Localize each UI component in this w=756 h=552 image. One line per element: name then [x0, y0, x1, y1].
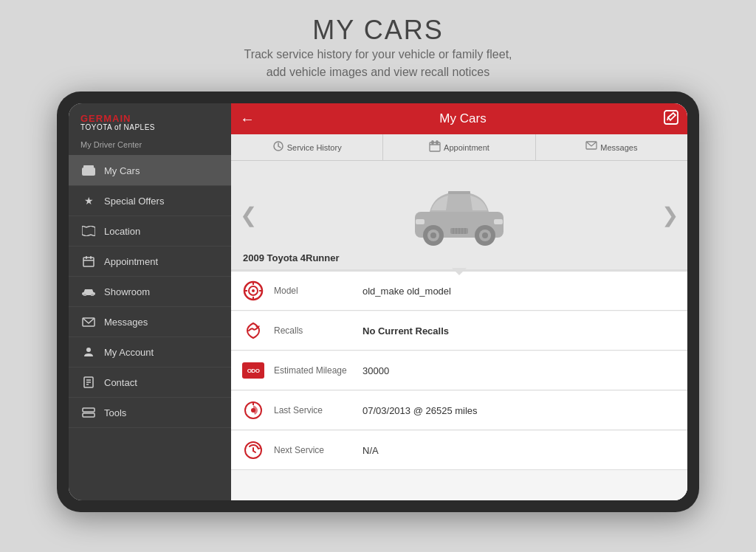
edit-button[interactable] [664, 110, 678, 128]
topbar-title: My Cars [262, 111, 664, 126]
svg-point-44 [252, 289, 255, 292]
tab-bar: Service History Appointment Messages [231, 134, 687, 161]
svg-line-54 [253, 451, 255, 452]
car-viewer: ❮ [231, 161, 687, 272]
svg-rect-33 [416, 219, 425, 224]
info-row-next-service: Next Service N/A [231, 431, 687, 470]
messages-tab-label: Messages [600, 143, 637, 152]
tab-messages[interactable]: Messages [536, 134, 687, 160]
svg-rect-21 [430, 142, 440, 151]
svg-rect-3 [83, 258, 94, 266]
map-icon [80, 224, 97, 238]
sidebar-item-my-account[interactable]: My Account [69, 337, 231, 368]
back-button[interactable]: ← [240, 111, 255, 128]
sidebar-item-appointment[interactable]: Appointment [69, 246, 231, 277]
next-service-label: Next Service [274, 445, 362, 455]
svg-rect-41 [448, 191, 470, 194]
svg-rect-16 [83, 408, 94, 412]
info-row-model: Model old_make old_model [231, 272, 687, 311]
sidebar-logo: GERMAIN TOYOTA of NAPLES [69, 103, 231, 137]
sidebar-nav: My Cars ★ Special Offers Location [69, 156, 231, 500]
sidebar-item-location[interactable]: Location [69, 216, 231, 246]
svg-rect-18 [664, 111, 678, 124]
service-history-tab-icon [272, 140, 284, 154]
model-value: old_make old_model [362, 286, 451, 297]
model-label: Model [274, 286, 362, 296]
main-content: ← My Cars [231, 103, 687, 500]
page-wrapper: MY CARS Track service history for your v… [57, 0, 699, 512]
page-title: MY CARS [57, 15, 699, 46]
svg-point-11 [86, 348, 91, 352]
contact-label: Contact [104, 377, 137, 388]
svg-marker-2 [82, 226, 95, 236]
tablet-device: GERMAIN TOYOTA of NAPLES My Driver Cente… [57, 92, 699, 512]
mileage-icon: ODO [241, 359, 265, 382]
svg-rect-34 [494, 219, 503, 224]
logo-toyota: TOYOTA of NAPLES [80, 123, 155, 131]
page-subtitle: Track service history for your vehicle o… [57, 46, 699, 81]
sidebar-item-contact[interactable]: Contact [69, 368, 231, 398]
info-row-last-service: Last Service 07/03/2013 @ 26525 miles [231, 391, 687, 430]
car-next-button[interactable]: ❯ [662, 203, 678, 227]
page-header: MY CARS Track service history for your v… [57, 0, 699, 92]
last-service-value: 07/03/2013 @ 26525 miles [362, 405, 478, 416]
recalls-icon [241, 319, 265, 342]
envelope-icon [80, 315, 97, 328]
svg-point-32 [482, 232, 488, 238]
svg-rect-6 [83, 260, 94, 261]
svg-rect-4 [86, 256, 87, 259]
sidebar: GERMAIN TOYOTA of NAPLES My Driver Cente… [69, 103, 231, 500]
showroom-label: Showroom [104, 286, 150, 297]
messages-tab-icon [585, 141, 597, 153]
next-service-icon [241, 438, 265, 462]
model-icon [241, 279, 265, 303]
next-service-value: N/A [362, 445, 379, 456]
logo-germain: GERMAIN [80, 114, 131, 123]
appointment-tab-label: Appointment [444, 143, 489, 152]
svg-rect-5 [90, 256, 92, 259]
calendar-icon [80, 255, 97, 268]
mileage-label: Estimated Mileage [274, 365, 362, 376]
messages-label: Messages [104, 317, 148, 328]
appointment-tab-icon [429, 140, 441, 154]
car-prev-button[interactable]: ❮ [240, 203, 257, 227]
tablet-screen: GERMAIN TOYOTA of NAPLES My Driver Cente… [69, 103, 687, 500]
car-illustration [408, 182, 511, 249]
tab-service-history[interactable]: Service History [231, 134, 383, 160]
tools-label: Tools [104, 407, 126, 418]
last-service-label: Last Service [274, 405, 362, 415]
sidebar-item-messages[interactable]: Messages [69, 307, 231, 337]
info-row-mileage: ODO Estimated Mileage 30000 [231, 351, 687, 390]
my-cars-icon [80, 164, 97, 177]
svg-rect-1 [83, 165, 94, 169]
svg-rect-17 [83, 413, 94, 417]
svg-point-29 [430, 232, 436, 238]
recalls-value: No Current Recalls [362, 325, 449, 337]
sidebar-item-showroom[interactable]: Showroom [69, 277, 231, 307]
service-history-tab-label: Service History [287, 143, 342, 152]
mileage-value: 30000 [362, 365, 389, 376]
info-row-recalls: Recalls No Current Recalls [231, 311, 687, 351]
svg-point-50 [251, 408, 255, 413]
appointment-label: Appointment [104, 256, 158, 267]
my-cars-label: My Cars [104, 165, 140, 176]
tab-appointment[interactable]: Appointment [383, 134, 535, 160]
person-icon [80, 345, 97, 359]
last-service-icon [241, 399, 265, 422]
car-icon [80, 285, 97, 298]
car-name-label: 2009 Toyota 4Runner [243, 252, 340, 263]
star-icon: ★ [80, 194, 97, 207]
contact-icon [80, 376, 97, 389]
sidebar-item-tools[interactable]: Tools [69, 398, 231, 428]
sidebar-item-my-cars[interactable]: My Cars [69, 156, 231, 186]
my-account-label: My Account [104, 347, 154, 358]
recalls-label: Recalls [274, 325, 362, 336]
car-indicator [452, 268, 467, 275]
top-bar: ← My Cars [231, 103, 687, 134]
location-label: Location [104, 226, 140, 237]
special-offers-label: Special Offers [104, 196, 164, 207]
tools-icon [80, 406, 97, 419]
sidebar-item-special-offers[interactable]: ★ Special Offers [69, 186, 231, 216]
info-section: Model old_make old_model Recalls [231, 272, 687, 500]
driver-center-label: My Driver Center [69, 137, 231, 156]
